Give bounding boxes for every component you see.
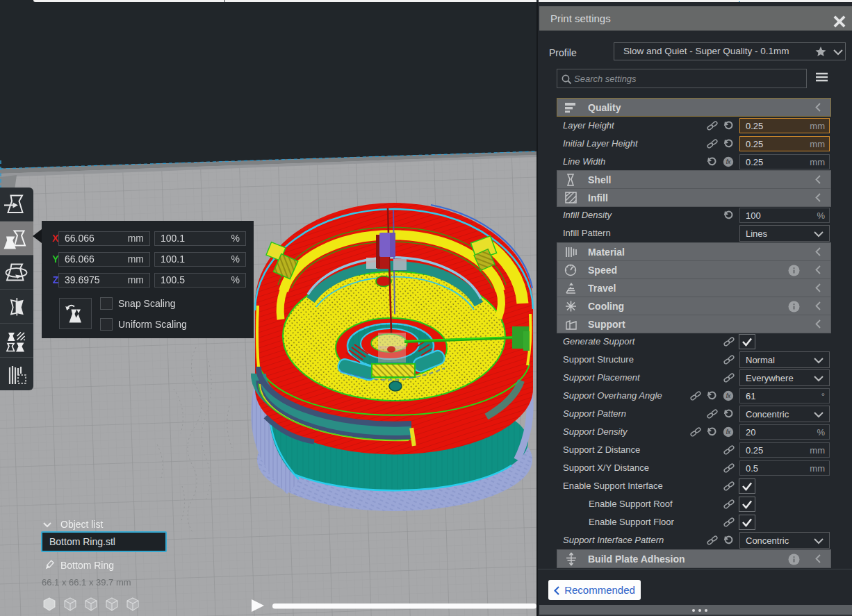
svg-text:fx: fx [726, 428, 731, 435]
svg-text:fx: fx [726, 158, 731, 165]
svg-text:fx: fx [726, 392, 731, 399]
